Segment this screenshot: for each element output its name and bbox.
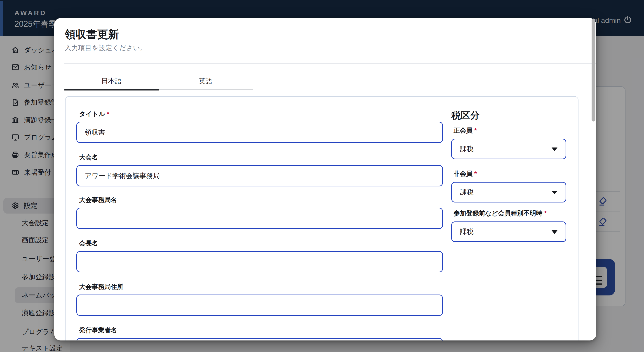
field-label: 非会員*	[454, 169, 578, 178]
chevron-down-icon	[552, 147, 558, 151]
field-label: 会長名	[79, 239, 443, 248]
tax-regular-member: 正会員* 課税	[451, 126, 578, 159]
secretariat-name-input[interactable]	[76, 208, 443, 229]
language-tabs: 日本語 英語	[64, 72, 253, 90]
required-marker: *	[107, 110, 109, 117]
secretariat-address-input[interactable]	[76, 294, 443, 316]
tab-english[interactable]: 英語	[159, 72, 253, 90]
field-label: 参加登録前など会員種別不明時*	[454, 209, 578, 218]
field-label: 大会名	[79, 153, 443, 162]
chevron-down-icon	[552, 230, 558, 234]
tax-section: 税区分 正会員* 課税 非会員* 課税 参加登録前など会	[451, 109, 578, 122]
field-label: 正会員*	[454, 126, 578, 135]
tab-label: 英語	[199, 76, 212, 86]
field-label: タイトル*	[79, 110, 443, 118]
tax-non-member-select[interactable]: 課税	[451, 182, 566, 203]
select-value: 課税	[460, 227, 474, 236]
field-title: タイトル*	[76, 110, 443, 143]
modal-scrollbar-thumb[interactable]	[592, 19, 596, 121]
tab-underline	[64, 89, 159, 90]
tax-regular-member-select[interactable]: 課税	[451, 139, 566, 159]
tax-unknown-member: 参加登録前など会員種別不明時* 課税	[451, 209, 578, 242]
screen: AWARD 2025年春季 al admin ダッシュボード お知らせ ユーザー…	[0, 0, 644, 352]
modal-title: 領収書更新	[65, 27, 119, 42]
tax-non-member: 非会員* 課税	[451, 169, 578, 203]
tab-japanese[interactable]: 日本語	[64, 72, 159, 90]
field-label: 発行事業者名	[79, 326, 443, 334]
tax-heading: 税区分	[451, 109, 578, 122]
title-input[interactable]	[76, 122, 443, 143]
select-value: 課税	[460, 144, 474, 154]
required-marker: *	[474, 127, 477, 134]
tax-unknown-member-select[interactable]: 課税	[451, 222, 566, 242]
president-name-input[interactable]	[76, 251, 443, 272]
receipt-update-modal: 領収書更新 入力項目を設定ください。 日本語 英語 タイトル* 大会名	[54, 18, 596, 340]
issuer-name-input[interactable]	[76, 338, 443, 340]
header-divider	[64, 63, 596, 64]
field-label: 大会事務局住所	[79, 283, 443, 291]
chevron-down-icon	[552, 191, 558, 194]
required-marker: *	[544, 210, 546, 217]
tab-underline	[159, 89, 253, 90]
field-president-name: 会長名	[76, 239, 443, 272]
receipt-form-card: タイトル* 大会名 大会事務局名 会長名 大会事務局住所 発行事業者名	[65, 96, 578, 340]
modal-subtitle: 入力項目を設定ください。	[65, 43, 147, 53]
field-conference-name: 大会名	[76, 153, 443, 187]
field-label: 大会事務局名	[79, 196, 443, 204]
field-secretariat-address: 大会事務局住所	[76, 283, 443, 316]
conference-name-input[interactable]	[76, 165, 443, 187]
tab-label: 日本語	[101, 76, 122, 86]
required-marker: *	[474, 170, 477, 177]
field-secretariat-name: 大会事務局名	[76, 196, 443, 229]
field-issuer-name: 発行事業者名	[76, 326, 443, 340]
select-value: 課税	[460, 188, 474, 197]
